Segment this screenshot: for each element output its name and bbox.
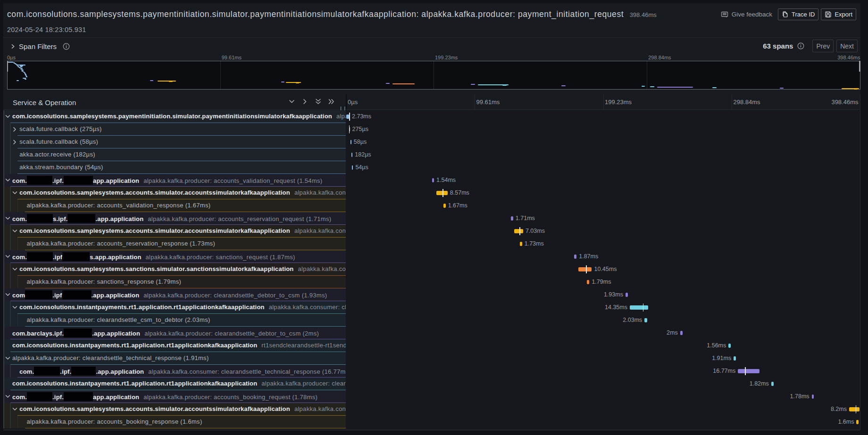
span-name-cell[interactable]: alpakka.kafka.producer: accounts_booking… [3, 416, 346, 428]
span-timeline-cell[interactable]: 8.57ms [346, 187, 860, 199]
next-button[interactable]: Next [836, 40, 858, 52]
span-name-cell[interactable]: alpakka.kafka.producer: sanctions_respon… [3, 276, 346, 288]
span-timeline-cell[interactable]: 16.77ms [346, 365, 860, 378]
span-name-cell[interactable]: com.iconsolutions.samplesystems.accounts… [3, 187, 346, 199]
span-name-cell[interactable]: akka.stream.boundary (54µs) [3, 161, 346, 174]
span-timeline-cell[interactable]: 1.67ms [346, 199, 860, 212]
span-bar[interactable] [351, 140, 351, 144]
span-timeline-cell[interactable]: 2.73ms [346, 110, 860, 123]
span-bar[interactable] [432, 178, 434, 182]
span-timeline-cell[interactable]: 1.78ms [346, 390, 860, 403]
expand-one-icon[interactable] [301, 98, 309, 105]
chevron-right-icon[interactable] [12, 139, 18, 145]
span-timeline-cell[interactable]: 182µs [346, 148, 860, 161]
span-bar[interactable] [352, 165, 353, 170]
span-timeline-cell[interactable]: 1.56ms [346, 339, 860, 352]
span-bar[interactable] [511, 216, 513, 221]
span-name-cell[interactable]: com..ipf.app.applicationalpakka.kafka.pr… [3, 390, 346, 403]
chevron-down-icon[interactable] [5, 254, 11, 260]
span-bar[interactable] [644, 318, 647, 322]
chevron-right-icon[interactable] [12, 126, 18, 132]
chevron-down-icon[interactable] [5, 292, 11, 298]
span-timeline-cell[interactable]: 275µs [346, 123, 860, 136]
span-bar[interactable] [351, 153, 353, 157]
span-filters-toggle[interactable]: Span Filters [10, 42, 70, 50]
minimap-canvas[interactable] [7, 61, 860, 90]
span-timeline-cell[interactable]: 2.03ms [346, 314, 860, 327]
span-timeline-cell[interactable]: 1.79ms [346, 276, 860, 288]
span-bar[interactable] [849, 407, 860, 411]
info-icon[interactable] [63, 43, 70, 50]
span-bar[interactable] [578, 267, 592, 271]
span-name-cell[interactable]: com.iconsolutions.instantpayments.rt1.ap… [3, 339, 346, 352]
trace-minimap[interactable]: 0µs99.61ms199.23ms298.84ms398.46ms [7, 54, 860, 93]
span-timeline-cell[interactable]: 1.87ms [346, 250, 860, 263]
span-timeline-cell[interactable]: 1.6ms [346, 416, 860, 428]
span-name-cell[interactable]: com.iconsolutions.samplesystems.accounts… [3, 225, 346, 238]
chevron-down-icon[interactable] [12, 228, 18, 234]
span-bar[interactable] [626, 293, 628, 297]
span-bar[interactable] [436, 191, 447, 195]
span-name-cell[interactable]: alpakka.kafka.producer: accounts_reserva… [3, 238, 346, 250]
collapse-one-icon[interactable] [288, 98, 295, 105]
span-name-cell[interactable]: com..ipf..app.applicationalpakka.kafka.c… [3, 365, 346, 378]
span-bar[interactable] [443, 204, 446, 208]
chevron-down-icon[interactable] [12, 266, 18, 272]
span-bar[interactable] [680, 331, 683, 335]
span-name-cell[interactable]: alpakka.kafka.producer: clearandsettle_t… [3, 352, 346, 365]
span-bar[interactable] [514, 229, 523, 233]
span-name-cell[interactable]: com.iconsolutions.samplesystems.accounts… [3, 403, 346, 416]
span-name-cell[interactable]: alpakka.kafka.producer: accounts_validat… [3, 199, 346, 212]
span-timeline-cell[interactable]: 1.54ms [346, 174, 860, 187]
chevron-down-icon[interactable] [12, 190, 18, 196]
chevron-down-icon[interactable] [12, 406, 18, 412]
span-bar[interactable] [856, 420, 858, 424]
span-name-cell[interactable]: com.iconsolutions.instantpayments.rt1.ap… [3, 301, 346, 314]
chevron-down-icon[interactable] [5, 177, 11, 183]
span-timeline-cell[interactable]: 10.45ms [346, 263, 860, 276]
span-name-cell[interactable]: akka.actor.receive (182µs) [3, 148, 346, 161]
span-timeline-cell[interactable]: 8.2ms [346, 403, 860, 416]
span-timeline-cell[interactable]: 58µs [346, 136, 860, 148]
span-timeline-cell[interactable]: 1.82ms [346, 378, 860, 390]
chevron-down-icon[interactable] [5, 215, 11, 222]
span-name-cell[interactable]: com..ipf.app.applicationalpakka.kafka.pr… [3, 174, 346, 187]
minimap-right-scrubber[interactable] [859, 61, 860, 72]
minimap-left-scrubber[interactable] [7, 61, 8, 72]
span-name-cell[interactable]: alpakka.kafka.producer: clearandsettle_c… [3, 314, 346, 327]
trace-id-button[interactable]: Trace ID [778, 8, 818, 20]
chevron-down-icon[interactable] [5, 114, 11, 120]
span-name-cell[interactable]: com.barclays.ipf..app.applicationalpakka… [3, 327, 346, 339]
span-timeline-cell[interactable]: 54µs [346, 161, 860, 174]
chevron-down-icon[interactable] [5, 355, 11, 361]
chevron-down-icon[interactable] [5, 394, 11, 400]
span-bar[interactable] [574, 254, 576, 259]
span-bar[interactable] [771, 382, 774, 386]
span-timeline-cell[interactable]: 7.03ms [346, 225, 860, 238]
span-bar[interactable] [346, 115, 350, 119]
span-timeline-cell[interactable]: 1.73ms [346, 238, 860, 250]
span-bar[interactable] [587, 280, 589, 284]
give-feedback-link[interactable]: Give feedback [721, 11, 772, 18]
span-name-cell[interactable]: com.ipf.app.applicationalpakka.kafka.pro… [3, 288, 346, 301]
span-timeline-cell[interactable]: 1.91ms [346, 352, 860, 365]
span-bar[interactable] [520, 242, 522, 246]
span-timeline-cell[interactable]: 1.93ms [346, 288, 860, 301]
span-name-cell[interactable]: scala.future.callback (275µs) [3, 123, 346, 136]
span-bar[interactable] [630, 305, 648, 310]
span-bar[interactable] [349, 127, 350, 131]
span-bar[interactable] [734, 356, 736, 361]
span-name-cell[interactable]: com..ipfs.app.applicationalpakka.kafka.p… [3, 250, 346, 263]
span-name-cell[interactable]: com.iconsolutions.samplesystems.paymenti… [3, 110, 346, 123]
span-timeline-cell[interactable]: 14.35ms [346, 301, 860, 314]
span-name-cell[interactable]: com.s.ipf..app.applicationalpakka.kafka.… [3, 212, 346, 225]
spans-info-icon[interactable] [797, 42, 804, 49]
span-timeline-cell[interactable]: 1.71ms [346, 212, 860, 225]
collapse-all-icon[interactable] [315, 98, 322, 105]
span-bar[interactable] [812, 394, 814, 399]
export-button[interactable]: Export [821, 8, 856, 20]
span-name-cell[interactable]: scala.future.callback (58µs) [3, 136, 346, 148]
expand-all-icon[interactable] [328, 98, 335, 105]
chevron-down-icon[interactable] [12, 304, 18, 311]
span-name-cell[interactable]: com.iconsolutions.samplesystems.sanction… [3, 263, 346, 276]
